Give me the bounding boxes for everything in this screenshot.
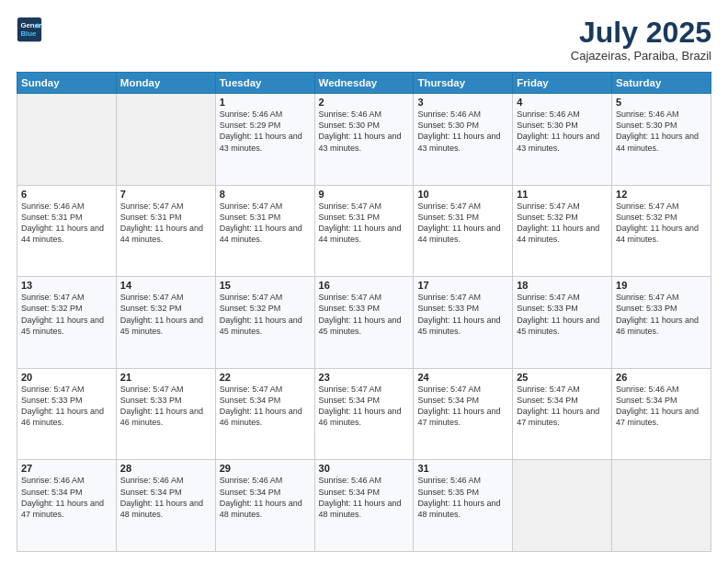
- calendar-day-cell: 28Sunrise: 5:46 AMSunset: 5:34 PMDayligh…: [116, 460, 215, 552]
- day-info: Sunrise: 5:47 AMSunset: 5:34 PMDaylight:…: [319, 384, 410, 429]
- calendar-week-row: 20Sunrise: 5:47 AMSunset: 5:33 PMDayligh…: [17, 368, 711, 460]
- day-number: 11: [517, 189, 608, 200]
- calendar-day-cell: 10Sunrise: 5:47 AMSunset: 5:31 PMDayligh…: [414, 185, 513, 277]
- weekday-header-cell: Thursday: [414, 73, 513, 94]
- day-number: 16: [319, 280, 410, 291]
- day-number: 8: [220, 189, 311, 200]
- calendar-day-cell: 27Sunrise: 5:46 AMSunset: 5:34 PMDayligh…: [17, 460, 117, 552]
- day-info: Sunrise: 5:47 AMSunset: 5:31 PMDaylight:…: [417, 201, 508, 246]
- calendar-day-cell: [17, 94, 117, 186]
- calendar-day-cell: 1Sunrise: 5:46 AMSunset: 5:29 PMDaylight…: [215, 94, 314, 186]
- calendar-day-cell: 19Sunrise: 5:47 AMSunset: 5:33 PMDayligh…: [612, 277, 711, 369]
- day-number: 6: [21, 189, 112, 200]
- calendar-table: SundayMondayTuesdayWednesdayThursdayFrid…: [17, 72, 711, 552]
- title-block: July 2025 Cajazeiras, Paraiba, Brazil: [571, 17, 711, 63]
- svg-text:Blue: Blue: [20, 29, 37, 38]
- calendar-day-cell: 3Sunrise: 5:46 AMSunset: 5:30 PMDaylight…: [414, 94, 513, 186]
- weekday-header-cell: Saturday: [612, 73, 711, 94]
- calendar-body: 1Sunrise: 5:46 AMSunset: 5:29 PMDaylight…: [17, 94, 711, 552]
- day-info: Sunrise: 5:46 AMSunset: 5:34 PMDaylight:…: [220, 475, 311, 520]
- weekday-header-cell: Friday: [513, 73, 612, 94]
- day-info: Sunrise: 5:46 AMSunset: 5:34 PMDaylight:…: [616, 384, 707, 429]
- day-number: 9: [319, 189, 410, 200]
- calendar-day-cell: 7Sunrise: 5:47 AMSunset: 5:31 PMDaylight…: [116, 185, 215, 277]
- day-info: Sunrise: 5:46 AMSunset: 5:34 PMDaylight:…: [319, 475, 410, 520]
- calendar-week-row: 6Sunrise: 5:46 AMSunset: 5:31 PMDaylight…: [17, 185, 711, 277]
- calendar-day-cell: 11Sunrise: 5:47 AMSunset: 5:32 PMDayligh…: [513, 185, 612, 277]
- day-info: Sunrise: 5:46 AMSunset: 5:30 PMDaylight:…: [517, 109, 608, 154]
- calendar-day-cell: 13Sunrise: 5:47 AMSunset: 5:32 PMDayligh…: [17, 277, 117, 369]
- day-number: 21: [120, 372, 211, 383]
- day-number: 19: [616, 280, 707, 291]
- calendar-day-cell: 26Sunrise: 5:46 AMSunset: 5:34 PMDayligh…: [612, 368, 711, 460]
- calendar-day-cell: 5Sunrise: 5:46 AMSunset: 5:30 PMDaylight…: [612, 94, 711, 186]
- calendar-day-cell: 25Sunrise: 5:47 AMSunset: 5:34 PMDayligh…: [513, 368, 612, 460]
- calendar-day-cell: 22Sunrise: 5:47 AMSunset: 5:34 PMDayligh…: [215, 368, 314, 460]
- day-info: Sunrise: 5:46 AMSunset: 5:31 PMDaylight:…: [21, 201, 112, 246]
- calendar-day-cell: 2Sunrise: 5:46 AMSunset: 5:30 PMDaylight…: [314, 94, 414, 186]
- day-info: Sunrise: 5:47 AMSunset: 5:32 PMDaylight:…: [616, 201, 707, 246]
- calendar-day-cell: 9Sunrise: 5:47 AMSunset: 5:31 PMDaylight…: [314, 185, 414, 277]
- calendar-day-cell: [513, 460, 612, 552]
- day-number: 18: [517, 280, 608, 291]
- day-number: 23: [319, 372, 410, 383]
- calendar-day-cell: 8Sunrise: 5:47 AMSunset: 5:31 PMDaylight…: [215, 185, 314, 277]
- calendar-day-cell: 14Sunrise: 5:47 AMSunset: 5:32 PMDayligh…: [116, 277, 215, 369]
- calendar-day-cell: 4Sunrise: 5:46 AMSunset: 5:30 PMDaylight…: [513, 94, 612, 186]
- day-info: Sunrise: 5:46 AMSunset: 5:34 PMDaylight:…: [21, 475, 112, 520]
- day-number: 17: [417, 280, 508, 291]
- calendar-day-cell: 24Sunrise: 5:47 AMSunset: 5:34 PMDayligh…: [414, 368, 513, 460]
- weekday-header-row: SundayMondayTuesdayWednesdayThursdayFrid…: [17, 73, 711, 94]
- day-number: 22: [220, 372, 311, 383]
- day-info: Sunrise: 5:47 AMSunset: 5:33 PMDaylight:…: [21, 384, 112, 429]
- calendar-day-cell: 15Sunrise: 5:47 AMSunset: 5:32 PMDayligh…: [215, 277, 314, 369]
- day-info: Sunrise: 5:47 AMSunset: 5:33 PMDaylight:…: [319, 292, 410, 337]
- month-title: July 2025: [571, 17, 711, 49]
- day-number: 13: [21, 280, 112, 291]
- calendar-day-cell: 18Sunrise: 5:47 AMSunset: 5:33 PMDayligh…: [513, 277, 612, 369]
- calendar-day-cell: 12Sunrise: 5:47 AMSunset: 5:32 PMDayligh…: [612, 185, 711, 277]
- day-info: Sunrise: 5:46 AMSunset: 5:35 PMDaylight:…: [417, 475, 508, 520]
- day-number: 10: [417, 189, 508, 200]
- day-info: Sunrise: 5:47 AMSunset: 5:31 PMDaylight:…: [120, 201, 211, 246]
- day-info: Sunrise: 5:47 AMSunset: 5:31 PMDaylight:…: [319, 201, 410, 246]
- day-number: 5: [616, 97, 707, 108]
- calendar-page: General Blue July 2025 Cajazeiras, Parai…: [0, 0, 728, 563]
- calendar-day-cell: 6Sunrise: 5:46 AMSunset: 5:31 PMDaylight…: [17, 185, 117, 277]
- logo: General Blue: [17, 17, 42, 42]
- calendar-day-cell: 29Sunrise: 5:46 AMSunset: 5:34 PMDayligh…: [215, 460, 314, 552]
- day-info: Sunrise: 5:47 AMSunset: 5:33 PMDaylight:…: [120, 384, 211, 429]
- weekday-header-cell: Tuesday: [215, 73, 314, 94]
- day-number: 15: [220, 280, 311, 291]
- day-info: Sunrise: 5:46 AMSunset: 5:30 PMDaylight:…: [417, 109, 508, 154]
- calendar-day-cell: 21Sunrise: 5:47 AMSunset: 5:33 PMDayligh…: [116, 368, 215, 460]
- header: General Blue July 2025 Cajazeiras, Parai…: [17, 17, 711, 63]
- day-info: Sunrise: 5:47 AMSunset: 5:33 PMDaylight:…: [517, 292, 608, 337]
- day-info: Sunrise: 5:47 AMSunset: 5:33 PMDaylight:…: [417, 292, 508, 337]
- location: Cajazeiras, Paraiba, Brazil: [571, 49, 711, 63]
- calendar-day-cell: [116, 94, 215, 186]
- weekday-header-cell: Wednesday: [314, 73, 414, 94]
- day-info: Sunrise: 5:47 AMSunset: 5:34 PMDaylight:…: [517, 384, 608, 429]
- calendar-day-cell: 31Sunrise: 5:46 AMSunset: 5:35 PMDayligh…: [414, 460, 513, 552]
- day-number: 2: [319, 97, 410, 108]
- calendar-week-row: 27Sunrise: 5:46 AMSunset: 5:34 PMDayligh…: [17, 460, 711, 552]
- day-number: 14: [120, 280, 211, 291]
- day-number: 31: [417, 463, 508, 474]
- day-number: 12: [616, 189, 707, 200]
- day-info: Sunrise: 5:46 AMSunset: 5:29 PMDaylight:…: [220, 109, 311, 154]
- calendar-day-cell: 23Sunrise: 5:47 AMSunset: 5:34 PMDayligh…: [314, 368, 414, 460]
- day-number: 27: [21, 463, 112, 474]
- day-info: Sunrise: 5:46 AMSunset: 5:30 PMDaylight:…: [616, 109, 707, 154]
- day-info: Sunrise: 5:47 AMSunset: 5:34 PMDaylight:…: [220, 384, 311, 429]
- day-number: 24: [417, 372, 508, 383]
- day-number: 4: [517, 97, 608, 108]
- day-info: Sunrise: 5:47 AMSunset: 5:32 PMDaylight:…: [517, 201, 608, 246]
- logo-icon: General Blue: [17, 17, 42, 42]
- day-number: 3: [417, 97, 508, 108]
- day-number: 30: [319, 463, 410, 474]
- calendar-day-cell: 30Sunrise: 5:46 AMSunset: 5:34 PMDayligh…: [314, 460, 414, 552]
- day-info: Sunrise: 5:47 AMSunset: 5:31 PMDaylight:…: [220, 201, 311, 246]
- calendar-day-cell: 17Sunrise: 5:47 AMSunset: 5:33 PMDayligh…: [414, 277, 513, 369]
- day-number: 28: [120, 463, 211, 474]
